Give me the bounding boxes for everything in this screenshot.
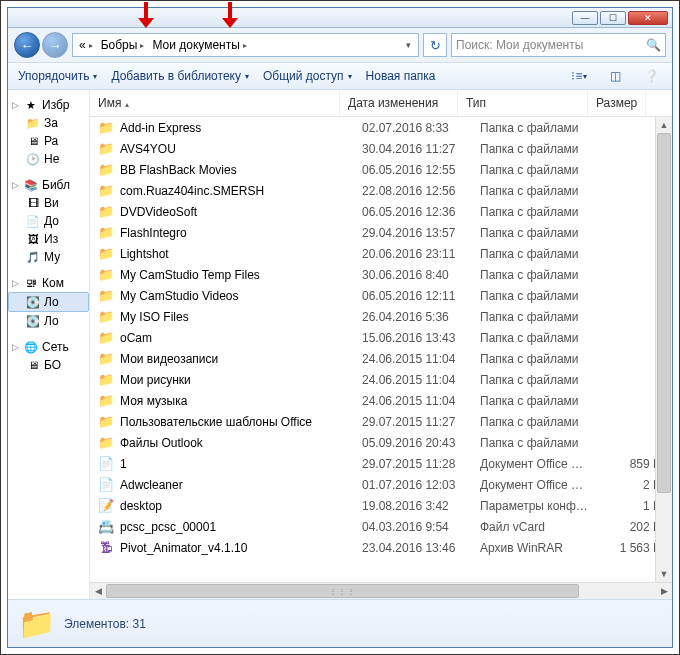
file-row[interactable]: 📁Lightshot20.06.2016 23:11Папка с файлам… bbox=[90, 243, 672, 264]
vcf-icon: 📇 bbox=[98, 519, 114, 535]
breadcrumb[interactable]: «▸ Бобры▸ Мои документы▸ ▾ bbox=[72, 33, 419, 57]
sidebar-item[interactable]: 📄До bbox=[8, 212, 89, 230]
nav-sidebar: ▷★Избр 📁За 🖥Ра 🕑Не ▷📚Библ 🎞Ви 📄До 🖼Из 🎵М… bbox=[8, 90, 90, 599]
sidebar-libraries[interactable]: ▷📚Библ bbox=[8, 176, 89, 194]
share-button[interactable]: Общий доступ ▾ bbox=[263, 69, 352, 83]
star-icon: ★ bbox=[24, 98, 38, 112]
scroll-left-button[interactable]: ◀ bbox=[90, 586, 106, 596]
close-button[interactable]: ✕ bbox=[628, 11, 668, 25]
sidebar-item[interactable]: 🎞Ви bbox=[8, 194, 89, 212]
folder-icon: 📁 bbox=[26, 116, 40, 130]
status-bar: 📁 Элементов: 31 bbox=[8, 599, 672, 647]
file-row[interactable]: 📁My CamStudio Temp Files30.06.2016 8:40П… bbox=[90, 264, 672, 285]
breadcrumb-dropdown[interactable]: ▾ bbox=[400, 40, 416, 50]
file-type: Архив WinRAR bbox=[480, 541, 610, 555]
sidebar-computer[interactable]: ▷🖳Ком bbox=[8, 274, 89, 292]
file-row[interactable]: 📁BB FlashBack Movies06.05.2016 12:55Папк… bbox=[90, 159, 672, 180]
view-options-button[interactable]: ⁝≡ ▾ bbox=[568, 67, 590, 85]
sidebar-item[interactable]: 🕑Не bbox=[8, 150, 89, 168]
file-row[interactable]: 📁FlashIntegro29.04.2016 13:57Папка с фай… bbox=[90, 222, 672, 243]
picture-icon: 🖼 bbox=[26, 232, 40, 246]
breadcrumb-overflow[interactable]: «▸ bbox=[75, 38, 97, 52]
add-to-library-button[interactable]: Добавить в библиотеку ▾ bbox=[111, 69, 249, 83]
sidebar-item[interactable]: 🖼Из bbox=[8, 230, 89, 248]
file-row[interactable]: 📁Add-in Express02.07.2016 8:33Папка с фа… bbox=[90, 117, 672, 138]
scroll-right-button[interactable]: ▶ bbox=[656, 586, 672, 596]
nav-back-button[interactable]: ← bbox=[14, 32, 40, 58]
preview-pane-button[interactable]: ◫ bbox=[604, 67, 626, 85]
scroll-up-button[interactable]: ▲ bbox=[656, 117, 672, 133]
desktop-icon: 🖥 bbox=[26, 134, 40, 148]
search-placeholder: Поиск: Мои документы bbox=[456, 38, 583, 52]
breadcrumb-seg-documents[interactable]: Мои документы▸ bbox=[148, 38, 250, 52]
breadcrumb-seg-user[interactable]: Бобры▸ bbox=[97, 38, 149, 52]
file-row[interactable]: 📁Пользовательские шаблоны Office29.07.20… bbox=[90, 411, 672, 432]
file-row[interactable]: 📄Adwcleaner01.07.2016 12:03Документ Offi… bbox=[90, 474, 672, 495]
file-date: 30.06.2016 8:40 bbox=[362, 268, 480, 282]
horizontal-scrollbar[interactable]: ◀ ⋮⋮⋮ ▶ bbox=[90, 582, 672, 599]
sidebar-favorites[interactable]: ▷★Избр bbox=[8, 96, 89, 114]
search-input[interactable]: Поиск: Мои документы 🔍 bbox=[451, 33, 666, 57]
file-type: Папка с файлами bbox=[480, 415, 610, 429]
file-date: 02.07.2016 8:33 bbox=[362, 121, 480, 135]
music-icon: 🎵 bbox=[26, 250, 40, 264]
file-size: 1 563 К bbox=[610, 541, 660, 555]
file-date: 24.06.2015 11:04 bbox=[362, 352, 480, 366]
refresh-button[interactable]: ↻ bbox=[423, 33, 447, 57]
col-date[interactable]: Дата изменения bbox=[340, 90, 458, 116]
sidebar-item[interactable]: 🖥БО bbox=[8, 356, 89, 374]
file-date: 05.09.2016 20:43 bbox=[362, 436, 480, 450]
sidebar-item[interactable]: 🎵Му bbox=[8, 248, 89, 266]
file-row[interactable]: 📁My CamStudio Videos06.05.2016 12:11Папк… bbox=[90, 285, 672, 306]
chevron-down-icon: ▾ bbox=[245, 72, 249, 81]
nav-forward-button[interactable]: → bbox=[42, 32, 68, 58]
file-row[interactable]: 📁Файлы Outlook05.09.2016 20:43Папка с фа… bbox=[90, 432, 672, 453]
file-row[interactable]: 📄129.07.2015 11:28Документ Office …859 К bbox=[90, 453, 672, 474]
folder-icon: 📁 bbox=[98, 330, 114, 346]
file-list: 📁Add-in Express02.07.2016 8:33Папка с фа… bbox=[90, 117, 672, 582]
file-date: 19.08.2016 3:42 bbox=[362, 499, 480, 513]
help-button[interactable]: ❔ bbox=[640, 67, 662, 85]
pc-icon: 🖥 bbox=[26, 358, 40, 372]
file-row[interactable]: 🗜Pivot_Animator_v4.1.1023.04.2016 13:46А… bbox=[90, 537, 672, 558]
sidebar-item[interactable]: 🖥Ра bbox=[8, 132, 89, 150]
file-date: 24.06.2015 11:04 bbox=[362, 373, 480, 387]
file-type: Папка с файлами bbox=[480, 436, 610, 450]
file-row[interactable]: 📁oCam15.06.2016 13:43Папка с файлами bbox=[90, 327, 672, 348]
folder-icon: 📁 bbox=[98, 267, 114, 283]
disk-icon: 💽 bbox=[26, 314, 40, 328]
sidebar-item[interactable]: 💽Ло bbox=[8, 312, 89, 330]
file-type: Папка с файлами bbox=[480, 142, 610, 156]
minimize-button[interactable]: — bbox=[572, 11, 598, 25]
file-row[interactable]: 📁DVDVideoSoft06.05.2016 12:36Папка с фай… bbox=[90, 201, 672, 222]
sidebar-network[interactable]: ▷🌐Сеть bbox=[8, 338, 89, 356]
col-size[interactable]: Размер bbox=[588, 90, 646, 116]
explorer-window: — ☐ ✕ ← → «▸ Бобры▸ Мои документы▸ ▾ ↻ П… bbox=[7, 7, 673, 648]
file-row[interactable]: 📇pcsc_pcsc_0000104.03.2016 9:54Файл vCar… bbox=[90, 516, 672, 537]
sidebar-item-selected[interactable]: 💽Ло bbox=[8, 292, 89, 312]
file-row[interactable]: 📁Моя музыка24.06.2015 11:04Папка с файла… bbox=[90, 390, 672, 411]
file-row[interactable]: 📝desktop19.08.2016 3:42Параметры конф…1 … bbox=[90, 495, 672, 516]
vertical-scrollbar[interactable]: ▲ ▼ bbox=[655, 117, 672, 582]
file-row[interactable]: 📁com.Ruaz404inc.SMERSH22.08.2016 12:56Па… bbox=[90, 180, 672, 201]
organize-button[interactable]: Упорядочить ▾ bbox=[18, 69, 97, 83]
file-name: AVS4YOU bbox=[120, 142, 362, 156]
maximize-button[interactable]: ☐ bbox=[600, 11, 626, 25]
file-name: Пользовательские шаблоны Office bbox=[120, 415, 362, 429]
recent-icon: 🕑 bbox=[26, 152, 40, 166]
scroll-down-button[interactable]: ▼ bbox=[656, 566, 672, 582]
file-row[interactable]: 📁AVS4YOU30.04.2016 11:27Папка с файлами bbox=[90, 138, 672, 159]
doc-icon: 📄 bbox=[98, 456, 114, 472]
chevron-right-icon: ▸ bbox=[89, 41, 93, 50]
sidebar-item[interactable]: 📁За bbox=[8, 114, 89, 132]
col-type[interactable]: Тип bbox=[458, 90, 588, 116]
file-row[interactable]: 📁Мои рисунки24.06.2015 11:04Папка с файл… bbox=[90, 369, 672, 390]
file-type: Папка с файлами bbox=[480, 121, 610, 135]
new-folder-button[interactable]: Новая папка bbox=[366, 69, 436, 83]
file-row[interactable]: 📁My ISO Files26.04.2016 5:36Папка с файл… bbox=[90, 306, 672, 327]
col-name[interactable]: Имя▴ bbox=[90, 90, 340, 116]
scroll-thumb[interactable]: ⋮⋮⋮ bbox=[106, 584, 579, 598]
file-row[interactable]: 📁Мои видеозаписи24.06.2015 11:04Папка с … bbox=[90, 348, 672, 369]
folder-icon: 📁 bbox=[98, 414, 114, 430]
scroll-thumb[interactable] bbox=[657, 133, 671, 493]
